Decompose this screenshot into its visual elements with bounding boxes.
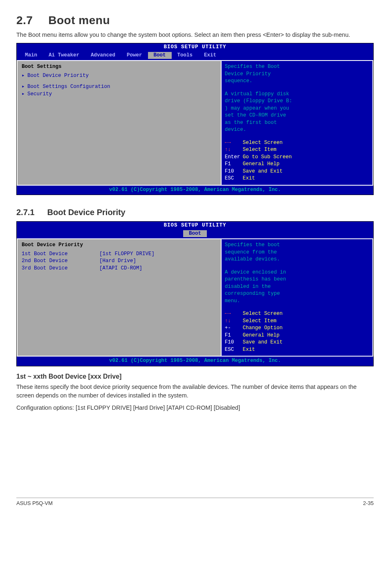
key-label: ↑↓	[225, 318, 243, 325]
bios-left-pane: Boot Device Priority 1st Boot Device[1st…	[17, 238, 221, 357]
key-desc: Exit	[243, 346, 255, 354]
bios-setup-title: BIOS SETUP UTILITY	[17, 222, 373, 230]
help-text: Specifies the boot	[225, 242, 369, 249]
help-text: sequence from the	[225, 249, 369, 256]
tab-main[interactable]: Main	[19, 52, 43, 59]
bios-setup-title: BIOS SETUP UTILITY	[17, 43, 373, 52]
key-label: +-	[225, 325, 243, 332]
subsection-heading: 2.7.1 Boot Device Priority	[16, 206, 374, 218]
key-hint: ↑↓Select Item	[225, 318, 369, 325]
tab-boot[interactable]: Boot	[183, 230, 207, 238]
key-hint: ESCExit	[225, 346, 369, 354]
help-text: set the CD-ROM drive	[225, 112, 369, 119]
bios-copyright: v02.61 (C)Copyright 1985-2008, American …	[17, 357, 373, 366]
key-label: F10	[225, 168, 243, 175]
help-text: drive (Floppy Drive B:	[225, 98, 369, 105]
bios-panel-boot-settings: BIOS SETUP UTILITY Main Ai Tweaker Advan…	[16, 43, 374, 195]
footer-page-number: 2-35	[363, 500, 374, 507]
key-label: Enter	[225, 154, 243, 161]
key-desc: Exit	[243, 175, 255, 182]
key-desc: Select Item	[243, 318, 277, 325]
bios-right-pane: Specifies the Boot Device Priority seque…	[221, 60, 373, 186]
bios-panel-boot-device-priority: BIOS SETUP UTILITY Boot Boot Device Prio…	[16, 221, 374, 366]
submenu-arrow-icon: ▸	[22, 83, 27, 91]
key-label: F1	[225, 332, 243, 339]
help-text: menu.	[225, 298, 369, 305]
parameter-description: These items specify the boot device prio…	[16, 383, 374, 399]
key-desc: Change Option	[243, 325, 283, 332]
help-text: corresponding type	[225, 290, 369, 298]
help-text: device.	[225, 126, 369, 134]
key-hint: F1General Help	[225, 161, 369, 168]
bios-copyright: v02.61 (C)Copyright 1985-2008, American …	[17, 186, 373, 195]
key-label: ←→	[225, 139, 243, 147]
menu-item-label: Security	[27, 91, 52, 98]
tab-ai-tweaker[interactable]: Ai Tweaker	[43, 52, 85, 59]
section-heading: 2.7 Boot menu	[16, 12, 374, 28]
key-hint: ↑↓Select Item	[225, 146, 369, 154]
left-heading: Boot Settings	[22, 63, 217, 71]
subsection-title-text: Boot Device Priority	[47, 208, 126, 217]
tab-power[interactable]: Power	[121, 52, 148, 59]
row-value: [1st FLOPPY DRIVE]	[99, 251, 155, 258]
key-hint: F10Save and Exit	[225, 168, 369, 175]
key-label: ESC	[225, 346, 243, 354]
menu-item-label: Boot Device Priority	[27, 72, 89, 80]
key-hint: ESCExit	[225, 175, 369, 182]
parameter-heading: 1st ~ xxth Boot Device [xxx Drive]	[16, 372, 374, 381]
key-hint: +-Change Option	[225, 325, 369, 332]
intro-paragraph: The Boot menu items allow you to change …	[16, 31, 374, 39]
key-label: F1	[225, 161, 243, 168]
tab-tools[interactable]: Tools	[172, 52, 199, 59]
section-number: 2.7	[16, 12, 45, 28]
key-label: ESC	[225, 175, 243, 182]
tab-advanced[interactable]: Advanced	[85, 52, 121, 59]
left-heading: Boot Device Priority	[22, 242, 217, 249]
menu-item-label: Boot Settings Configuration	[27, 83, 110, 91]
boot-device-row-1[interactable]: 1st Boot Device[1st FLOPPY DRIVE]	[22, 251, 217, 258]
key-desc: Select Screen	[243, 310, 283, 318]
row-key: 2nd Boot Device	[22, 258, 99, 265]
boot-device-row-2[interactable]: 2nd Boot Device[Hard Drive]	[22, 258, 217, 265]
menu-item-boot-settings-config[interactable]: ▸Boot Settings Configuration	[22, 83, 217, 91]
help-text: A virtual floppy disk	[225, 91, 369, 98]
help-text: A device enclosed in	[225, 269, 369, 276]
subsection-number: 2.7.1	[16, 206, 45, 218]
submenu-arrow-icon: ▸	[22, 91, 27, 98]
key-desc: Go to Sub Screen	[243, 154, 292, 161]
parameter-config-options: Configuration options: [1st FLOPPY DRIVE…	[16, 404, 374, 412]
submenu-arrow-icon: ▸	[22, 72, 27, 80]
key-hint: F1General Help	[225, 332, 369, 339]
boot-device-row-3[interactable]: 3rd Boot Device[ATAPI CD-ROM]	[22, 265, 217, 272]
help-text: sequence.	[225, 78, 369, 85]
bios-tab-bar: Main Ai Tweaker Advanced Power Boot Tool…	[17, 52, 373, 61]
help-text: disabled in the	[225, 283, 369, 291]
key-desc: Save and Exit	[243, 168, 283, 175]
row-value: [ATAPI CD-ROM]	[99, 265, 142, 272]
key-desc: General Help	[243, 161, 280, 168]
key-desc: Select Item	[243, 146, 277, 154]
bios-right-pane: Specifies the boot sequence from the ava…	[221, 238, 373, 357]
row-value: [Hard Drive]	[99, 258, 136, 265]
help-text: ) may appear when you	[225, 105, 369, 112]
help-text: Specifies the Boot	[225, 63, 369, 71]
key-desc: Select Screen	[243, 139, 283, 147]
menu-item-boot-device-priority[interactable]: ▸Boot Device Priority	[22, 72, 217, 80]
help-text: parenthesis has been	[225, 276, 369, 283]
tab-exit[interactable]: Exit	[198, 52, 222, 59]
key-desc: General Help	[243, 332, 280, 339]
footer-product: ASUS P5Q-VM	[16, 500, 53, 507]
help-text: Device Priority	[225, 71, 369, 78]
bios-left-pane: Boot Settings ▸Boot Device Priority ▸Boo…	[17, 60, 221, 186]
key-hint: F10Save and Exit	[225, 339, 369, 346]
key-label: F10	[225, 339, 243, 346]
key-hint: EnterGo to Sub Screen	[225, 154, 369, 161]
row-key: 3rd Boot Device	[22, 265, 99, 272]
key-label: ↑↓	[225, 146, 243, 154]
row-key: 1st Boot Device	[22, 251, 99, 258]
tab-boot[interactable]: Boot	[148, 52, 172, 59]
key-hint: ←→Select Screen	[225, 139, 369, 147]
help-text: available devices.	[225, 256, 369, 263]
menu-item-security[interactable]: ▸Security	[22, 91, 217, 98]
key-label: ←→	[225, 310, 243, 318]
